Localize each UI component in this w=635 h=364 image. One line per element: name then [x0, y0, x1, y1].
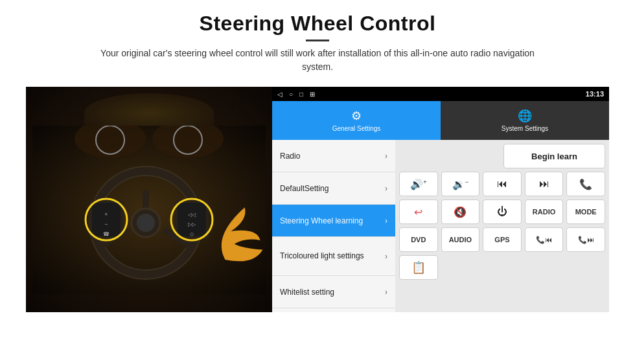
- svg-point-11: [137, 214, 155, 232]
- controls-row-1: 🔊+ 🔉− ⏮ ⏭ 📞: [399, 172, 605, 196]
- page-container: Steering Wheel Control Your original car…: [0, 0, 635, 364]
- tel-prev-button[interactable]: 📞⏮: [525, 227, 564, 252]
- settings-tabs: ⚙ General Settings 🌐 System Settings: [272, 101, 609, 140]
- gps-button[interactable]: GPS: [483, 227, 522, 252]
- menu-panel: Radio › DefaultSetting › Steering Wheel …: [272, 140, 395, 312]
- tel-prev-icon: 📞⏮: [536, 236, 552, 244]
- screen-body: Radio › DefaultSetting › Steering Wheel …: [272, 140, 609, 312]
- android-screen: ◁ ○ □ ⊞ 13:13 ⚙ General Settings 🌐 Syste…: [272, 87, 609, 312]
- hangup-button[interactable]: ↩: [399, 199, 438, 224]
- radio-label: RADIO: [533, 208, 555, 216]
- skip-back-icon: ⏮: [497, 178, 507, 190]
- title-section: Steering Wheel Control Your original car…: [91, 12, 544, 83]
- steering-wheel-svg: + − ☎ ◁◁ ▷▷ ◇: [32, 126, 266, 294]
- controls-panel: Begin learn 🔊+ 🔉− ⏮: [395, 140, 609, 312]
- tab-system[interactable]: 🌐 System Settings: [441, 101, 609, 140]
- menu-item-tricoloured[interactable]: Tricoloured light settings ›: [272, 237, 395, 276]
- controls-row-4: 📋: [399, 255, 605, 280]
- skip-back-button[interactable]: ⏮: [483, 172, 522, 196]
- svg-text:−: −: [104, 221, 108, 227]
- menu-item-steering[interactable]: Steering Wheel learning ›: [272, 205, 395, 237]
- power-icon: ⏻: [497, 206, 507, 218]
- home-icon: ○: [289, 91, 293, 98]
- volume-up-button[interactable]: 🔊+: [399, 172, 438, 196]
- status-time: 13:13: [586, 90, 604, 98]
- volume-down-icon: 🔉−: [452, 178, 468, 190]
- mute-icon: 🔇: [454, 206, 467, 218]
- dvd-button[interactable]: DVD: [399, 227, 438, 252]
- mode-button[interactable]: MODE: [566, 199, 605, 224]
- audio-button[interactable]: AUDIO: [441, 227, 480, 252]
- hangup-icon: ↩: [414, 206, 422, 218]
- menu-item-whitelist[interactable]: Whitelist setting ›: [272, 276, 395, 308]
- title-divider: [306, 40, 329, 41]
- content-area: + − ☎ ◁◁ ▷▷ ◇: [26, 87, 609, 312]
- subtitle: Your original car's steering wheel contr…: [91, 47, 544, 74]
- skip-forward-icon: ⏭: [539, 178, 549, 190]
- menu-item-radio[interactable]: Radio ›: [272, 140, 395, 172]
- empty-space: [399, 144, 500, 168]
- mode-label: MODE: [575, 208, 597, 216]
- begin-learn-row: Begin learn: [399, 144, 605, 168]
- menu-radio-label: Radio: [280, 152, 300, 161]
- controls-row-2: ↩ 🔇 ⏻ RADIO MODE: [399, 199, 605, 224]
- steering-area: + − ☎ ◁◁ ▷▷ ◇: [32, 126, 266, 294]
- back-icon: ◁: [277, 91, 283, 98]
- page-title: Steering Wheel Control: [91, 12, 544, 36]
- menu-tricoloured-label: Tricoloured light settings: [280, 251, 364, 262]
- svg-text:◁◁: ◁◁: [188, 212, 196, 218]
- radio-button[interactable]: RADIO: [525, 199, 564, 224]
- menu-steering-label: Steering Wheel learning: [280, 216, 363, 225]
- tab-general[interactable]: ⚙ General Settings: [272, 101, 441, 140]
- svg-text:☎: ☎: [103, 231, 110, 237]
- svg-text:◇: ◇: [190, 231, 194, 237]
- skip-forward-button[interactable]: ⏭: [525, 172, 564, 196]
- whitelist-icon-button[interactable]: 📋: [399, 255, 438, 280]
- tel-next-button[interactable]: 📞⏭: [566, 227, 605, 252]
- gps-label: GPS: [494, 236, 509, 244]
- chevron-right-icon: ›: [385, 184, 387, 193]
- chevron-right-icon: ›: [385, 252, 387, 261]
- recent-icon: □: [299, 91, 303, 98]
- svg-text:+: +: [104, 211, 108, 218]
- controls-row-3: DVD AUDIO GPS 📞⏮ 📞⏭: [399, 227, 605, 252]
- whitelist-icon: 📋: [411, 260, 426, 275]
- dvd-label: DVD: [411, 236, 426, 244]
- menu-item-default[interactable]: DefaultSetting ›: [272, 172, 395, 205]
- screenshot-icon: ⊞: [310, 91, 315, 98]
- volume-up-icon: 🔊+: [410, 178, 426, 190]
- power-button[interactable]: ⏻: [483, 199, 522, 224]
- chevron-right-icon: ›: [385, 216, 387, 225]
- status-bar: ◁ ○ □ ⊞ 13:13: [272, 87, 609, 101]
- begin-learn-button[interactable]: Begin learn: [503, 144, 605, 168]
- menu-default-label: DefaultSetting: [280, 184, 329, 193]
- menu-whitelist-label: Whitelist setting: [280, 288, 334, 297]
- phone-button[interactable]: 📞: [566, 172, 605, 196]
- system-settings-label: System Settings: [502, 125, 548, 132]
- car-image: + − ☎ ◁◁ ▷▷ ◇: [26, 87, 272, 312]
- tel-next-icon: 📞⏭: [578, 236, 594, 244]
- status-bar-left: ◁ ○ □ ⊞: [277, 91, 315, 98]
- chevron-right-icon: ›: [385, 152, 387, 161]
- svg-text:▷▷: ▷▷: [188, 222, 196, 227]
- general-settings-icon: ⚙: [351, 109, 362, 123]
- general-settings-label: General Settings: [332, 125, 381, 132]
- phone-icon: 📞: [579, 178, 592, 190]
- audio-label: AUDIO: [449, 236, 472, 244]
- car-background: + − ☎ ◁◁ ▷▷ ◇: [26, 87, 272, 312]
- volume-down-button[interactable]: 🔉−: [441, 172, 480, 196]
- system-settings-icon: 🌐: [518, 109, 532, 123]
- chevron-right-icon: ›: [385, 288, 387, 297]
- mute-button[interactable]: 🔇: [441, 199, 480, 224]
